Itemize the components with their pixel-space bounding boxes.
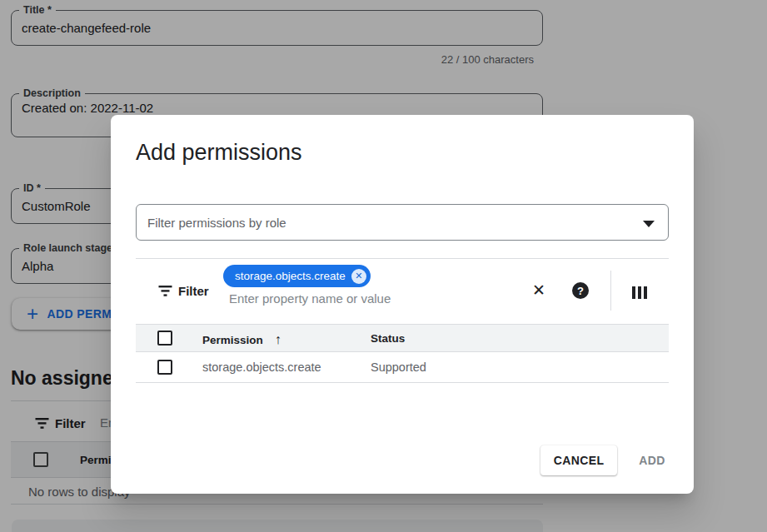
chip-remove-icon[interactable]: ✕: [351, 269, 366, 284]
filter-chip-label: storage.objects.create: [235, 270, 346, 282]
filter-chip-storage-objects-create[interactable]: storage.objects.create ✕: [223, 265, 371, 287]
cancel-button[interactable]: CANCEL: [540, 445, 617, 475]
role-dropdown-placeholder: Filter permissions by role: [147, 216, 286, 230]
column-display-icon[interactable]: [630, 283, 649, 301]
filter-icon: [158, 285, 172, 301]
add-button[interactable]: ADD: [629, 445, 675, 475]
row-status-cell: Supported: [371, 360, 426, 374]
help-icon[interactable]: ?: [571, 281, 590, 300]
clear-filters-icon[interactable]: ✕: [530, 281, 548, 300]
dialog-filter-input[interactable]: [229, 291, 516, 306]
filter-permissions-by-role-dropdown[interactable]: Filter permissions by role: [136, 204, 669, 241]
status-column-header[interactable]: Status: [371, 332, 405, 345]
icon-group-divider: [610, 271, 611, 311]
dialog-table-header: Permission↑ Status: [136, 324, 669, 352]
sort-ascending-icon: ↑: [275, 332, 281, 346]
row-checkbox[interactable]: [157, 360, 172, 375]
row-permission-cell: storage.objects.create: [202, 360, 321, 374]
filter-bar-top-divider: [136, 258, 669, 259]
table-row[interactable]: storage.objects.create Supported: [136, 352, 669, 383]
dialog-select-all-checkbox[interactable]: [157, 331, 172, 346]
chevron-down-icon: [643, 221, 655, 227]
dialog-filter-label: Filter: [178, 284, 209, 298]
dialog-title: Add permissions: [136, 140, 302, 166]
permission-column-header[interactable]: Permission↑: [202, 332, 281, 347]
add-permissions-dialog: Add permissions Filter permissions by ro…: [111, 115, 694, 494]
